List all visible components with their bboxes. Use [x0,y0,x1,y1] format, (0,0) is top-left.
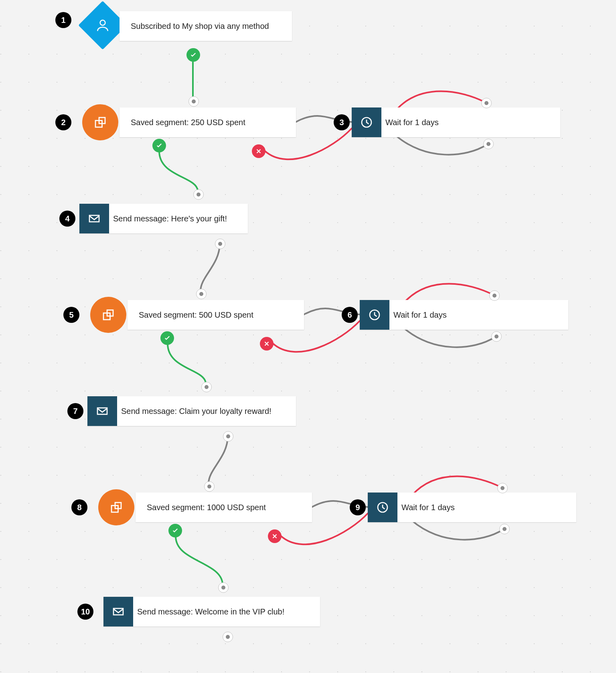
cross-icon [271,533,278,540]
trigger-label: Subscribed to My shop via any method [120,22,280,31]
segment-card-5[interactable]: Saved segment: 500 USD spent [128,300,304,330]
message-label-7: Send message: Claim your loyalty reward! [117,407,283,416]
segment-circle-2[interactable] [82,104,118,140]
wait-icon-box [360,300,389,330]
trigger-card[interactable]: Subscribed to My shop via any method [120,11,292,41]
port [204,481,215,492]
wait-label-3: Wait for 1 days [381,118,450,127]
step-badge-9: 9 [350,499,366,515]
mail-icon [96,405,109,418]
port [196,289,207,299]
port [201,382,212,392]
clock-icon [368,308,381,321]
segment-label-2: Saved segment: 250 USD spent [120,118,257,127]
step-badge-6: 6 [342,307,358,323]
cross-icon [255,148,262,155]
status-cross-2 [252,144,265,158]
segment-icon [109,500,124,515]
port [491,331,502,342]
message-card-10[interactable]: Send message: Welcome in the VIP club! [103,597,320,626]
message-card-7[interactable]: Send message: Claim your loyalty reward! [87,396,296,426]
segment-card-2[interactable]: Saved segment: 250 USD spent [120,107,296,137]
port [497,483,508,493]
person-icon [95,18,110,33]
svg-rect-4 [89,215,99,222]
svg-rect-12 [113,608,123,615]
cross-icon [263,340,270,347]
mail-icon [112,605,125,618]
status-check-5 [160,331,174,345]
step-badge-3: 3 [334,114,350,130]
mail-icon-box [87,396,117,426]
step-badge-8: 8 [71,499,87,515]
clock-icon [360,116,373,129]
svg-point-0 [100,20,105,25]
segment-icon [93,115,107,130]
segment-circle-8[interactable] [98,489,134,525]
port [223,632,233,642]
check-icon [172,527,179,534]
segment-label-5: Saved segment: 500 USD spent [128,310,265,320]
port [223,431,233,442]
wait-icon-box [352,107,381,137]
port [483,139,494,149]
port [481,98,492,108]
mail-icon-box [103,597,133,626]
status-cross-5 [260,337,274,351]
port [489,290,500,301]
port [215,239,225,249]
step-badge-5: 5 [63,307,79,323]
check-icon [164,334,171,342]
status-check-1 [186,48,200,62]
status-cross-8 [268,529,282,543]
svg-rect-8 [97,408,107,414]
clock-icon [376,501,389,514]
segment-circle-5[interactable] [90,297,126,333]
canvas-grid [0,0,616,673]
wait-label-9: Wait for 1 days [397,503,466,512]
step-badge-2: 2 [55,114,71,130]
segment-card-8[interactable]: Saved segment: 1000 USD spent [136,493,312,522]
check-icon [156,142,163,149]
message-label-4: Send message: Here's your gift! [109,214,238,223]
step-badge-1: 1 [55,12,71,28]
step-badge-10: 10 [77,604,93,620]
status-check-2 [152,139,166,152]
mail-icon-box [79,204,109,233]
step-badge-4: 4 [59,211,75,227]
wait-card-6[interactable]: Wait for 1 days [360,300,568,330]
mail-icon [88,212,101,225]
port [188,96,199,107]
port [499,524,510,534]
port [218,582,229,593]
check-icon [190,51,197,59]
segment-label-8: Saved segment: 1000 USD spent [136,503,277,512]
message-card-4[interactable]: Send message: Here's your gift! [79,204,248,233]
wait-label-6: Wait for 1 days [389,310,458,320]
message-label-10: Send message: Welcome in the VIP club! [133,607,296,616]
wait-card-3[interactable]: Wait for 1 days [352,107,560,137]
step-badge-7: 7 [67,403,83,419]
port [193,189,204,200]
wait-card-9[interactable]: Wait for 1 days [368,493,576,522]
wait-icon-box [368,493,397,522]
segment-icon [101,308,116,322]
status-check-8 [168,524,182,537]
